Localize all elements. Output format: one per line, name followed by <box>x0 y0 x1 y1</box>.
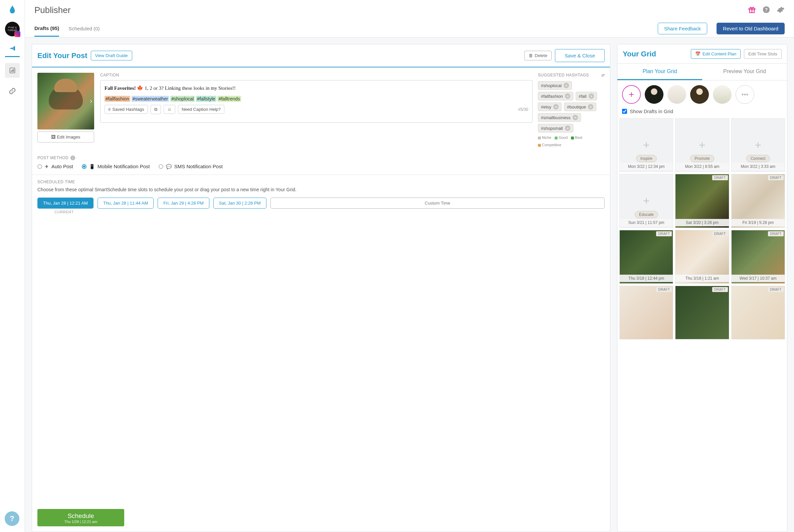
tab-drafts[interactable]: Drafts (95) <box>34 21 59 37</box>
grid-draft[interactable]: DRAFTFri 3/19 | 5:28 pm <box>731 174 785 228</box>
copy-button[interactable]: ⧉ <box>151 105 161 114</box>
tab-plan-grid[interactable]: Plan Your Grid <box>617 64 702 80</box>
more-stories-button[interactable]: ••• <box>736 85 754 104</box>
schedule-button[interactable]: Schedule Thu 1/28 | 12:21 am <box>37 509 124 526</box>
time-slot[interactable]: Thu, Jan 28 | 11:44 AM <box>97 197 153 209</box>
hashtag-legend: Niche Good Best Competitive <box>538 135 605 147</box>
grid-slot[interactable]: +EducateSun 3/21 | 11:57 pm <box>620 174 673 228</box>
next-image-chevron-icon[interactable]: › <box>90 97 92 106</box>
nav-analytics-icon[interactable] <box>5 63 20 78</box>
suggested-tag[interactable]: #shoplocal✕ <box>538 81 572 90</box>
tab-scheduled[interactable]: Scheduled (0) <box>69 21 99 36</box>
caption-label: CAPTION <box>100 73 533 77</box>
story-thumb[interactable] <box>690 85 709 104</box>
remove-tag-icon[interactable]: ✕ <box>588 104 593 110</box>
phone-icon: 📱 <box>89 164 95 169</box>
save-close-button[interactable]: Save & Close <box>555 49 605 62</box>
svg-text:?: ? <box>765 7 768 12</box>
remove-tag-icon[interactable]: ✕ <box>565 93 570 99</box>
suggested-hashtags-label: SUGGESTED HASHTAGS <box>538 73 589 77</box>
page-title: Publisher <box>34 5 748 15</box>
current-slot-label: CURRENT <box>37 210 91 214</box>
grid-slot[interactable]: +InspireMon 3/22 | 12:34 pm <box>620 118 673 172</box>
saved-hashtags-button[interactable]: # Saved Hashtags <box>105 105 148 114</box>
your-grid-panel: Your Grid 📅 Edit Content Plan Edit Time … <box>617 44 787 532</box>
suggested-tag[interactable]: #smallbusiness✕ <box>538 113 581 122</box>
caption-help-button[interactable]: Need Caption Help? <box>178 105 224 114</box>
nav-publisher-icon[interactable] <box>5 42 20 57</box>
shuffle-icon[interactable]: ⇄ <box>601 73 605 77</box>
gift-icon[interactable] <box>748 6 756 15</box>
app-sidebar: PYNE &THREAD ? <box>0 0 25 532</box>
add-story-button[interactable]: + <box>622 85 641 104</box>
send-icon: ✈ <box>45 164 49 169</box>
custom-time-button[interactable]: Custom Time <box>271 197 605 209</box>
suggested-tag[interactable]: #boutique✕ <box>564 102 596 111</box>
story-thumb[interactable] <box>645 85 663 104</box>
your-grid-title: Your Grid <box>623 50 656 58</box>
tabbar: Drafts (95) Scheduled (0) Share Feedback… <box>25 20 794 37</box>
plus-icon: + <box>643 194 650 207</box>
sms-notification-radio[interactable]: 💬SMS Notification Post <box>159 164 223 169</box>
emoji-button[interactable]: ☺ <box>164 105 175 114</box>
remove-tag-icon[interactable]: ✕ <box>589 93 594 99</box>
post-method-label: POST METHOD i <box>32 155 610 160</box>
caption-hashtag[interactable]: #shoplocal <box>170 96 195 102</box>
images-icon: 🖼 <box>51 134 55 139</box>
mobile-notification-radio[interactable]: 📱Mobile Notification Post <box>82 164 150 169</box>
caption-hashtag[interactable]: #fallfashion <box>105 96 130 102</box>
post-image[interactable]: › <box>37 73 94 130</box>
trash-icon: 🗑 <box>529 53 533 58</box>
grid-draft[interactable]: DRAFT <box>620 286 673 339</box>
edit-content-plan-button[interactable]: 📅 Edit Content Plan <box>691 49 741 59</box>
story-thumb[interactable] <box>713 85 732 104</box>
stories-row: + ••• <box>617 80 787 109</box>
gear-icon[interactable] <box>777 6 784 15</box>
edit-images-button[interactable]: 🖼 Edit Images <box>37 132 94 142</box>
view-draft-guide-button[interactable]: View Draft Guide <box>91 51 132 60</box>
edit-time-slots-button[interactable]: Edit Time Slots <box>744 49 782 59</box>
caption-textarea[interactable]: Fall Favorites! 🍁 1, 2 or 3? Linking the… <box>100 80 533 123</box>
caption-hashtag[interactable]: #falltrends <box>217 96 241 102</box>
grid-draft[interactable]: DRAFT <box>731 286 785 339</box>
show-drafts-checkbox[interactable]: Show Drafts in Grid <box>617 109 787 118</box>
suggested-tag[interactable]: #etsy✕ <box>538 102 561 111</box>
plus-icon: + <box>755 138 761 152</box>
suggested-tag[interactable]: #fall✕ <box>576 92 597 100</box>
hashtag-count: #5/30 <box>518 107 528 112</box>
delete-button[interactable]: 🗑 Delete <box>524 51 552 60</box>
account-avatar[interactable]: PYNE &THREAD <box>5 22 20 36</box>
time-slot[interactable]: Sat, Jan 30 | 2:26 PM <box>214 197 266 209</box>
remove-tag-icon[interactable]: ✕ <box>573 115 578 120</box>
remove-tag-icon[interactable]: ✕ <box>565 126 570 131</box>
suggested-tag[interactable]: #shopsmall✕ <box>538 124 573 133</box>
grid-draft[interactable]: DRAFT <box>675 286 729 339</box>
caption-hashtag[interactable]: #sweaterweather <box>132 96 169 102</box>
tab-preview-grid[interactable]: Preview Your Grid <box>702 64 787 80</box>
story-thumb[interactable] <box>667 85 686 104</box>
grid-slot[interactable]: +ConnectMon 3/22 | 3:33 am <box>731 118 785 172</box>
revert-dashboard-button[interactable]: Revert to Old Dashboard <box>717 23 784 34</box>
grid-draft[interactable]: DRAFTThu 3/18 | 12:44 pm <box>620 230 673 284</box>
suggested-hashtags-list: #shoplocal✕ #fallfashion✕ #fall✕ #etsy✕ … <box>538 80 605 133</box>
help-bubble[interactable]: ? <box>5 511 19 526</box>
caption-hashtag[interactable]: #fallstyle <box>196 96 216 102</box>
time-slot[interactable]: Thu, Jan 28 | 12:21 AM <box>37 197 93 209</box>
instagram-badge-icon <box>14 31 20 37</box>
auto-post-radio[interactable]: ✈Auto Post <box>37 164 73 169</box>
calendar-icon: 📅 <box>695 51 701 56</box>
nav-link-icon[interactable] <box>5 84 20 98</box>
grid-draft[interactable]: DRAFTSat 3/20 | 3:26 pm <box>675 174 729 228</box>
suggested-tag[interactable]: #fallfashion✕ <box>538 92 573 100</box>
grid-draft[interactable]: DRAFTWed 3/17 | 10:37 am <box>731 230 785 284</box>
time-slot[interactable]: Fri, Jan 29 | 4:28 PM <box>158 197 209 209</box>
info-icon[interactable]: i <box>71 155 75 160</box>
app-logo[interactable] <box>7 5 17 16</box>
grid-draft[interactable]: DRAFTThu 3/18 | 1:21 am <box>675 230 729 284</box>
remove-tag-icon[interactable]: ✕ <box>564 83 569 88</box>
grid-slot[interactable]: +PromoteMon 3/22 | 8:55 am <box>675 118 729 172</box>
edit-post-title: Edit Your Post <box>37 51 88 60</box>
help-icon[interactable]: ? <box>763 6 770 14</box>
remove-tag-icon[interactable]: ✕ <box>553 104 559 110</box>
share-feedback-button[interactable]: Share Feedback <box>658 23 707 34</box>
